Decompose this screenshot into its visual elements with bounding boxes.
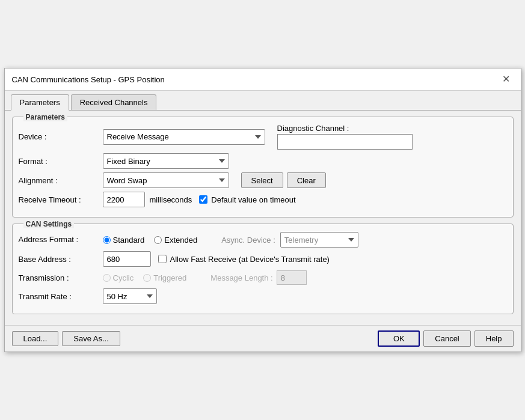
cyclic-radio-label: Cyclic — [103, 273, 134, 282]
base-address-input[interactable] — [103, 251, 151, 267]
timeout-input[interactable] — [103, 192, 145, 207]
milliseconds-label: milliseconds — [150, 195, 192, 204]
transmission-options: Cyclic Triggered Message Length : — [103, 270, 307, 285]
footer-right: OK Cancel Help — [378, 330, 513, 347]
transmit-rate-select[interactable]: 10 Hz 20 Hz 50 Hz 100 Hz — [103, 288, 157, 304]
allow-fast-label: Allow Fast Receive (at Device's Transmit… — [170, 255, 330, 264]
cyclic-radio[interactable] — [103, 274, 111, 282]
transmit-rate-row: Transmit Rate : 10 Hz 20 Hz 50 Hz 100 Hz — [19, 288, 507, 304]
can-settings-group: CAN Settings Address Format : Standard E… — [12, 224, 514, 314]
parameters-group-title: Parameters — [23, 113, 67, 121]
close-button[interactable]: ✕ — [499, 73, 514, 85]
base-address-label: Base Address : — [19, 255, 103, 264]
can-settings-title: CAN Settings — [23, 220, 75, 228]
alignment-row: Alignment : Word Swap Byte Swap None Sel… — [19, 172, 507, 188]
device-row: Device : Receive Message Transmit Messag… — [19, 124, 507, 150]
tab-received-channels[interactable]: Received Channels — [71, 94, 157, 110]
title-bar: CAN Communications Setup - GPS Position … — [5, 68, 521, 91]
diagnostic-label: Diagnostic Channel : — [277, 124, 413, 133]
select-clear-buttons: Select Clear — [241, 172, 326, 188]
tab-bar: Parameters Received Channels — [5, 91, 521, 111]
format-label: Format : — [19, 157, 103, 166]
parameters-group: Parameters Device : Receive Message Tran… — [12, 117, 514, 218]
standard-radio[interactable] — [103, 236, 111, 244]
clear-button[interactable]: Clear — [287, 172, 326, 188]
diagnostic-section: Diagnostic Channel : — [277, 124, 413, 150]
msg-length-label: Message Length : — [210, 273, 272, 282]
dialog-title: CAN Communications Setup - GPS Position — [12, 75, 165, 84]
default-timeout-label: Default value on timeout — [211, 195, 295, 204]
transmission-label: Transmission : — [19, 273, 103, 282]
address-format-radio-group: Standard Extended Async. Device : Teleme… — [103, 232, 358, 248]
msg-length-input — [277, 270, 307, 285]
msg-length-section: Message Length : — [210, 270, 306, 285]
save-as-button[interactable]: Save As... — [62, 331, 120, 346]
allow-fast-row: Allow Fast Receive (at Device's Transmit… — [158, 255, 330, 264]
cyclic-label: Cyclic — [113, 273, 134, 282]
format-row: Format : Fixed Binary IEEE Float Text — [19, 153, 507, 169]
async-section: Async. Device : Telemetry — [221, 232, 358, 248]
alignment-label: Alignment : — [19, 176, 103, 185]
triggered-radio[interactable] — [143, 274, 151, 282]
extended-radio-label[interactable]: Extended — [154, 236, 197, 245]
dialog-body: Parameters Device : Receive Message Tran… — [5, 111, 521, 325]
async-device-select[interactable]: Telemetry — [280, 232, 358, 248]
diagnostic-input[interactable] — [277, 134, 413, 150]
tab-parameters[interactable]: Parameters — [11, 94, 69, 111]
extended-label: Extended — [164, 236, 197, 245]
triggered-radio-label: Triggered — [143, 273, 186, 282]
select-button[interactable]: Select — [241, 172, 283, 188]
device-select[interactable]: Receive Message Transmit Message — [103, 129, 265, 145]
triggered-label: Triggered — [153, 273, 186, 282]
standard-label: Standard — [113, 236, 145, 245]
transmit-rate-label: Transmit Rate : — [19, 292, 103, 301]
timeout-row: Receive Timeout : milliseconds Default v… — [19, 192, 507, 207]
async-device-label: Async. Device : — [221, 236, 275, 245]
default-timeout-checkbox[interactable] — [199, 195, 207, 204]
address-format-label: Address Format : — [19, 235, 103, 244]
transmission-row: Transmission : Cyclic Triggered Message … — [19, 270, 507, 285]
standard-radio-label[interactable]: Standard — [103, 236, 145, 245]
default-timeout-row: Default value on timeout — [199, 195, 295, 204]
address-format-row: Address Format : Standard Extended Async… — [19, 231, 507, 248]
load-button[interactable]: Load... — [12, 331, 59, 346]
extended-radio[interactable] — [154, 236, 162, 244]
dialog: CAN Communications Setup - GPS Position … — [4, 68, 521, 352]
allow-fast-checkbox[interactable] — [158, 255, 167, 263]
alignment-select[interactable]: Word Swap Byte Swap None — [103, 172, 229, 188]
dialog-footer: Load... Save As... OK Cancel Help — [5, 325, 521, 352]
ok-button[interactable]: OK — [378, 330, 420, 347]
cancel-button[interactable]: Cancel — [423, 330, 470, 347]
footer-left: Load... Save As... — [12, 331, 120, 346]
device-label: Device : — [19, 132, 103, 141]
help-button[interactable]: Help — [474, 330, 514, 347]
base-address-row: Base Address : Allow Fast Receive (at De… — [19, 251, 507, 267]
timeout-label: Receive Timeout : — [19, 195, 103, 204]
format-select[interactable]: Fixed Binary IEEE Float Text — [103, 153, 229, 169]
